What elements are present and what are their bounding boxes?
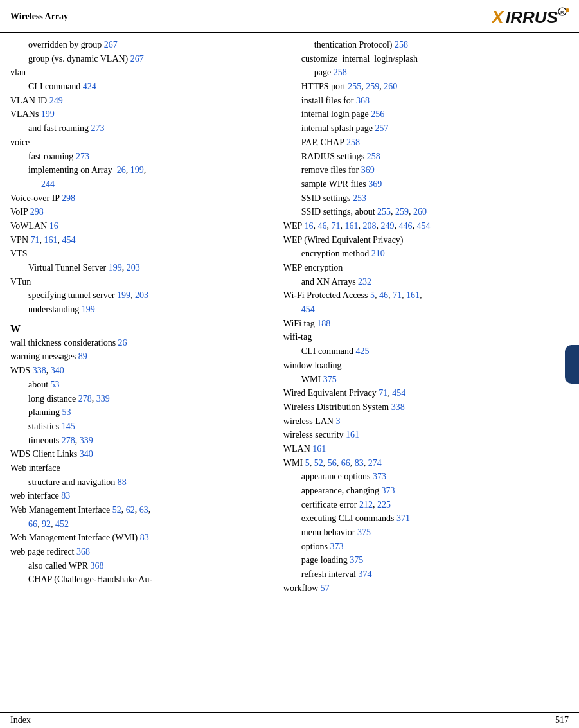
index-mainterm: WDS Client Links 340 (10, 447, 264, 461)
index-mainterm: VoIP 298 (10, 205, 264, 219)
index-mainterm: window loading (283, 359, 569, 373)
index-mainterm: vlan (10, 66, 264, 80)
index-subterm: internal login page 256 (283, 107, 569, 121)
index-mainterm: Web Management Interface 52, 62, 63, (10, 503, 264, 517)
index-subterm: internal splash page 257 (283, 121, 569, 136)
index-subterm: timeouts 278, 339 (10, 434, 264, 448)
index-cont: 454 (283, 303, 569, 317)
index-subterm: page loading 375 (283, 553, 569, 567)
list-item: thentication Protocol) 258 customize int… (283, 38, 569, 596)
index-subterm: structure and navigation 88 (10, 475, 264, 490)
right-column: thentication Protocol) 258 customize int… (277, 38, 569, 596)
index-subterm: executing CLI commands 371 (283, 511, 569, 526)
index-subterm: SSID settings, about 255, 259, 260 (283, 205, 569, 219)
page-footer: Index 517 (0, 712, 579, 728)
index-subterm: group (vs. dynamic VLAN) 267 (10, 52, 264, 66)
index-subterm: about 53 (10, 378, 264, 392)
index-subterm: WMI 375 (283, 373, 569, 387)
index-mainterm: Web interface (10, 461, 264, 475)
index-subterm: fast roaming 273 (10, 150, 264, 164)
index-subterm: refresh interval 374 (283, 567, 569, 582)
index-mainterm: web interface 83 (10, 489, 264, 503)
index-cont: page 258 (283, 66, 569, 80)
index-subterm: understanding 199 (10, 303, 264, 317)
index-subterm: HTTPS port 255, 259, 260 (283, 80, 569, 94)
index-mainterm: VoWLAN 16 (10, 219, 264, 233)
index-subterm: encryption method 210 (283, 247, 569, 261)
index-mainterm: Voice-over IP 298 (10, 191, 264, 206)
index-mainterm: Web Management Interface (WMI) 83 (10, 531, 264, 545)
index-mainterm: VLANs 199 (10, 107, 264, 121)
xirrus-logo-svg: X IRRUS R (492, 5, 569, 28)
list-item: wall thickness considerations 26 warning… (10, 336, 264, 587)
tab-decoration (565, 345, 579, 384)
index-subterm: planning 53 (10, 405, 264, 420)
index-mainterm: workflow 57 (283, 582, 569, 596)
index-subterm: appearance options 373 (283, 470, 569, 484)
index-subterm: statistics 145 (10, 420, 264, 434)
index-mainterm: WEP (Wired Equivalent Privacy) (283, 233, 569, 247)
index-mainterm: wifi-tag (283, 330, 569, 344)
index-subterm: CLI command 425 (283, 344, 569, 359)
index-cont: 66, 92, 452 (10, 517, 264, 531)
index-subterm: RADIUS settings 258 (283, 150, 569, 164)
left-column: overridden by group 267 group (vs. dynam… (10, 38, 277, 596)
index-mainterm: Wired Equivalent Privacy 71, 454 (283, 386, 569, 400)
index-mainterm: warning messages 89 (10, 350, 264, 364)
index-subterm: appearance, changing 373 (283, 484, 569, 498)
index-mainterm: Wi-Fi Protected Access 5, 46, 71, 161, (283, 289, 569, 303)
index-content: overridden by group 267 group (vs. dynam… (0, 33, 579, 601)
index-mainterm: WMI 5, 52, 56, 66, 83, 274 (283, 456, 569, 470)
index-mainterm: VLAN ID 249 (10, 94, 264, 108)
index-subsubterm: thentication Protocol) 258 (283, 38, 569, 52)
index-subterm: customize internal login/splash (283, 52, 569, 66)
index-mainterm: VTun (10, 275, 264, 289)
index-subterm: specifying tunnel server 199, 203 (10, 289, 264, 303)
header-title: Wireless Array (10, 12, 68, 22)
index-subterm: sample WPR files 369 (283, 177, 569, 191)
index-subterm: certificate error 212, 225 (283, 498, 569, 512)
index-subterm: menu behavior 375 (283, 526, 569, 540)
index-mainterm: WEP 16, 46, 71, 161, 208, 249, 446, 454 (283, 219, 569, 233)
index-subterm: install files for 368 (283, 94, 569, 108)
index-mainterm: WDS 338, 340 (10, 364, 264, 378)
index-subterm: CLI command 424 (10, 80, 264, 94)
index-mainterm: wireless security 161 (283, 428, 569, 442)
index-subterm: also called WPR 368 (10, 559, 264, 573)
index-mainterm: voice (10, 136, 264, 150)
svg-text:R: R (560, 10, 564, 15)
index-subterm: Virtual Tunnel Server 199, 203 (10, 261, 264, 275)
footer-left: Index (10, 715, 31, 725)
index-subterm: remove files for 369 (283, 163, 569, 177)
footer-right: 517 (555, 715, 569, 725)
index-mainterm: VPN 71, 161, 454 (10, 233, 264, 247)
index-subterm: SSID settings 253 (283, 191, 569, 206)
index-mainterm: wall thickness considerations 26 (10, 336, 264, 350)
index-subterm: options 373 (283, 540, 569, 554)
index-subterm: CHAP (Challenge-Handshake Au- (10, 573, 264, 587)
svg-text:X: X (492, 7, 505, 27)
index-mainterm: Wireless Distribution System 338 (283, 400, 569, 414)
index-mainterm: WiFi tag 188 (283, 317, 569, 331)
index-mainterm: wireless LAN 3 (283, 414, 569, 429)
index-mainterm: WEP encryption (283, 261, 569, 275)
page-header: Wireless Array X IRRUS R (0, 0, 579, 33)
index-subterm: implementing on Array 26, 199, (10, 163, 264, 177)
index-mainterm: VTS (10, 247, 264, 261)
index-mainterm: web page redirect 368 (10, 545, 264, 559)
index-subterm: and XN Arrays 232 (283, 275, 569, 289)
index-mainterm: WLAN 161 (283, 442, 569, 456)
index-subterm: overridden by group 267 (10, 38, 264, 52)
index-subterm-cont: 244 (10, 177, 264, 191)
index-subterm: long distance 278, 339 (10, 392, 264, 406)
list-item: overridden by group 267 group (vs. dynam… (10, 38, 264, 317)
section-letter-w: W (10, 323, 264, 335)
section-w-left: W wall thickness considerations 26 warni… (10, 323, 264, 587)
svg-text:IRRUS: IRRUS (506, 8, 558, 27)
index-subterm: PAP, CHAP 258 (283, 136, 569, 150)
index-subterm: and fast roaming 273 (10, 121, 264, 136)
logo: X IRRUS R (492, 5, 569, 28)
